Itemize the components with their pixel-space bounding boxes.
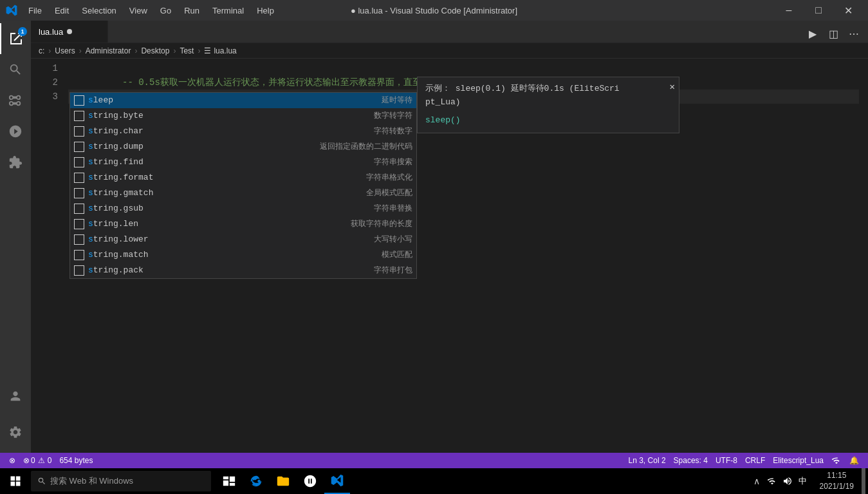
status-language[interactable]: Elitescript_Lua bbox=[769, 453, 827, 468]
ac-item-string-gmatch[interactable]: string.gmatch 全局模式匹配 bbox=[70, 185, 416, 201]
breadcrumb-desktop[interactable]: Desktop bbox=[141, 46, 169, 55]
menu-view[interactable]: View bbox=[124, 5, 152, 17]
activity-settings-icon[interactable] bbox=[0, 417, 31, 448]
taskbar-search-icon bbox=[37, 477, 46, 486]
run-button[interactable]: ▶ bbox=[804, 24, 822, 43]
system-clock[interactable]: 11:15 2021/1/19 bbox=[815, 470, 859, 492]
menu-edit[interactable]: Edit bbox=[50, 5, 74, 17]
activity-account-icon[interactable] bbox=[0, 381, 31, 412]
ac-item-string-len[interactable]: string.len 获取字符串的长度 bbox=[70, 216, 416, 232]
taskbar-search[interactable]: 搜索 Web 和 Windows bbox=[31, 471, 211, 491]
status-encoding[interactable]: UTF-8 bbox=[712, 453, 741, 468]
split-editor-button[interactable]: ◫ bbox=[824, 24, 842, 43]
tab-lua-lua[interactable]: lua.lua bbox=[31, 21, 108, 43]
breadcrumb-filename[interactable]: lua.lua bbox=[214, 46, 236, 55]
ac-label-string-len: string.len bbox=[88, 217, 351, 231]
file-explorer-button[interactable] bbox=[270, 468, 296, 494]
ac-item-string-find[interactable]: string.find 字符串搜索 bbox=[70, 155, 416, 170]
more-actions-button[interactable]: ⋯ bbox=[845, 24, 863, 43]
ac-icon-string-find bbox=[74, 157, 84, 167]
ac-desc-string-find: 字符串搜索 bbox=[374, 155, 412, 169]
breadcrumb-admin[interactable]: Administrator bbox=[86, 46, 131, 55]
ac-icon-string-gsub bbox=[74, 204, 84, 214]
edge-icon bbox=[249, 474, 263, 488]
breadcrumb-users[interactable]: Users bbox=[55, 46, 75, 55]
activity-run-icon[interactable] bbox=[0, 116, 31, 147]
menu-help[interactable]: Help bbox=[252, 5, 279, 17]
status-remote-icon[interactable]: ⊗ bbox=[5, 453, 19, 468]
breadcrumb-sep2: › bbox=[79, 46, 82, 55]
ac-label-string-format: string.format bbox=[88, 171, 366, 185]
window-title: ● lua.lua - Visual Studio Code [Administ… bbox=[351, 6, 517, 15]
ac-icon-string-dump bbox=[74, 142, 84, 152]
ac-item-string-match[interactable]: string.match 模式匹配 bbox=[70, 247, 416, 263]
bell-icon: 🔔 bbox=[849, 456, 859, 465]
ac-icon-sleep bbox=[74, 95, 84, 106]
task-view-button[interactable] bbox=[216, 468, 242, 494]
ac-icon-string-pack bbox=[74, 265, 84, 276]
start-button[interactable] bbox=[3, 468, 28, 494]
status-remote-broadcast[interactable] bbox=[827, 453, 845, 468]
ac-item-string-dump[interactable]: string.dump 返回指定函数的二进制代码 bbox=[70, 139, 416, 155]
ac-desc-sleep: 延时等待 bbox=[382, 93, 412, 108]
folder-icon bbox=[276, 474, 290, 488]
close-button[interactable]: ✕ bbox=[833, 0, 863, 21]
tab-modified-indicator bbox=[67, 29, 72, 34]
status-position[interactable]: Ln 3, Col 2 bbox=[625, 453, 670, 468]
tooltip-close-button[interactable]: ✕ bbox=[670, 80, 675, 94]
activity-explorer-icon[interactable]: 1 bbox=[0, 23, 31, 54]
activity-extensions-icon[interactable] bbox=[0, 147, 31, 178]
edge-button[interactable] bbox=[243, 468, 269, 494]
tray-volume-icon[interactable] bbox=[781, 475, 794, 488]
show-desktop-button[interactable] bbox=[862, 468, 865, 494]
status-file-size[interactable]: 654 bytes bbox=[55, 453, 97, 468]
tray-ime[interactable]: 中 bbox=[797, 475, 809, 488]
breadcrumb: c: › Users › Administrator › Desktop › T… bbox=[31, 43, 868, 59]
vscode-taskbar-button[interactable] bbox=[324, 468, 350, 494]
tooltip-code: sleep() bbox=[425, 113, 671, 128]
ac-label-string-byte: string.byte bbox=[88, 109, 374, 123]
code-line-1: -- 0.5s获取一次机器人运行状态，并将运行状态输出至示教器界面，直至停止 bbox=[68, 61, 868, 75]
breadcrumb-c[interactable]: c: bbox=[39, 46, 44, 55]
ac-icon-string-format bbox=[74, 173, 84, 183]
store-button[interactable] bbox=[297, 468, 323, 494]
ac-item-string-gsub[interactable]: string.gsub 字符串替换 bbox=[70, 201, 416, 216]
ac-item-string-pack[interactable]: string.pack 字符串打包 bbox=[70, 263, 416, 278]
ac-item-string-byte[interactable]: string.byte 数字转字符 bbox=[70, 108, 416, 124]
ac-item-string-char[interactable]: string.char 字符转数字 bbox=[70, 124, 416, 139]
status-errors[interactable]: ⊗ 0 ⚠ 0 bbox=[19, 453, 55, 468]
activity-search-icon[interactable] bbox=[0, 54, 31, 85]
error-icon: ⊗ bbox=[23, 456, 30, 465]
editor-area: lua.lua ▶ ◫ ⋯ c: › Users › Administrator… bbox=[31, 21, 868, 453]
menu-run[interactable]: Run bbox=[179, 5, 205, 17]
ac-item-sleep[interactable]: sleep 延时等待 bbox=[70, 93, 416, 108]
status-spaces[interactable]: Spaces: 4 bbox=[670, 453, 712, 468]
scrollbar[interactable] bbox=[859, 59, 868, 453]
vscode-logo-icon bbox=[5, 4, 18, 17]
tray-network-icon[interactable] bbox=[766, 475, 779, 488]
tray-chevron[interactable]: ∧ bbox=[750, 475, 763, 488]
ac-item-string-format[interactable]: string.format 字符串格式化 bbox=[70, 170, 416, 185]
tab-label: lua.lua bbox=[39, 27, 63, 37]
maximize-button[interactable]: □ bbox=[804, 0, 833, 21]
menu-terminal[interactable]: Terminal bbox=[207, 5, 249, 17]
breadcrumb-test[interactable]: Test bbox=[180, 46, 194, 55]
ac-item-string-lower[interactable]: string.lower 大写转小写 bbox=[70, 232, 416, 247]
minimize-button[interactable]: – bbox=[774, 0, 804, 21]
menu-go[interactable]: Go bbox=[155, 5, 176, 17]
ac-label-string-pack: string.pack bbox=[88, 263, 374, 278]
menu-selection[interactable]: Selection bbox=[77, 5, 121, 17]
editor-content[interactable]: 1 2 3 -- 0.5s获取一次机器人运行状态，并将运行状态输出至示教器界面，… bbox=[31, 59, 868, 453]
status-notification[interactable]: 🔔 bbox=[845, 453, 863, 468]
system-tray: ∧ 中 bbox=[745, 475, 815, 488]
ac-label-string-gsub: string.gsub bbox=[88, 202, 374, 216]
remote-icon: ⊗ bbox=[9, 456, 15, 465]
autocomplete-dropdown[interactable]: sleep 延时等待 string.byte 数字转字符 string.char… bbox=[69, 92, 417, 279]
activity-source-control-icon[interactable] bbox=[0, 85, 31, 116]
activity-bar: 1 bbox=[0, 21, 31, 453]
ac-label-string-gmatch: string.gmatch bbox=[88, 186, 366, 200]
window-controls: – □ ✕ bbox=[774, 0, 863, 21]
status-eol[interactable]: CRLF bbox=[741, 453, 769, 468]
ac-label-string-match: string.match bbox=[88, 248, 382, 262]
menu-file[interactable]: File bbox=[23, 5, 47, 17]
